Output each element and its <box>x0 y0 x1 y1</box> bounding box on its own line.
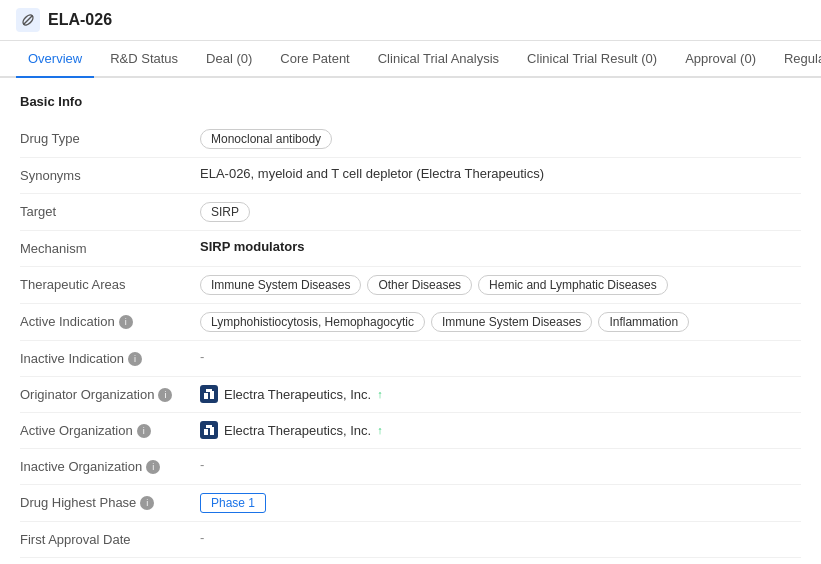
field-label: Originator Organizationi <box>20 385 200 402</box>
field-label: Mechanism <box>20 239 200 256</box>
field-value: - <box>200 530 801 545</box>
field-row-drug-type: Drug TypeMonoclonal antibody <box>20 121 801 158</box>
field-row-first-approval-date: First Approval Date- <box>20 522 801 558</box>
org-item: Electra Therapeutics, Inc.↑ <box>200 421 383 439</box>
field-label: Inactive Organizationi <box>20 457 200 474</box>
svg-line-1 <box>24 16 33 25</box>
tag: Hemic and Lymphatic Diseases <box>478 275 668 295</box>
field-label: First Approval Date <box>20 530 200 547</box>
field-row-active-indication: Active IndicationiLymphohistiocytosis, H… <box>20 304 801 341</box>
field-row-active-organization: Active OrganizationiElectra Therapeutics… <box>20 413 801 449</box>
tag: SIRP <box>200 202 250 222</box>
field-value: - <box>200 457 801 472</box>
field-label: Target <box>20 202 200 219</box>
bold-text: SIRP modulators <box>200 239 305 254</box>
field-label: Drug Type <box>20 129 200 146</box>
svg-rect-7 <box>206 425 212 428</box>
org-name: Electra Therapeutics, Inc. <box>224 387 371 402</box>
nav-tab-regulation-0[interactable]: Regulation (0) <box>772 41 821 78</box>
field-value: SIRP modulators <box>200 239 801 254</box>
info-icon[interactable]: i <box>128 352 142 366</box>
tag: Immune System Diseases <box>431 312 592 332</box>
svg-rect-3 <box>210 391 214 399</box>
field-value: ELA-026, myeloid and T cell depletor (El… <box>200 166 801 181</box>
fields-container: Drug TypeMonoclonal antibodySynonymsELA-… <box>20 121 801 558</box>
tag: Other Diseases <box>367 275 472 295</box>
page-title: ELA-026 <box>48 11 112 29</box>
field-value: Immune System DiseasesOther DiseasesHemi… <box>200 275 801 295</box>
field-label: Active Indicationi <box>20 312 200 329</box>
field-value: Electra Therapeutics, Inc.↑ <box>200 421 801 439</box>
nav-tab-overview[interactable]: Overview <box>16 41 94 78</box>
info-icon[interactable]: i <box>137 424 151 438</box>
nav-tab-core-patent[interactable]: Core Patent <box>268 41 361 78</box>
info-icon[interactable]: i <box>158 388 172 402</box>
header: ELA-026 <box>0 0 821 41</box>
info-icon[interactable]: i <box>140 496 154 510</box>
org-logo <box>200 421 218 439</box>
header-icon <box>16 8 40 32</box>
dash-value: - <box>200 457 204 472</box>
field-row-inactive-indication: Inactive Indicationi- <box>20 341 801 377</box>
field-value: Lymphohistiocytosis, HemophagocyticImmun… <box>200 312 801 332</box>
field-label: Synonyms <box>20 166 200 183</box>
field-value: - <box>200 349 801 364</box>
org-item: Electra Therapeutics, Inc.↑ <box>200 385 383 403</box>
field-row-inactive-organization: Inactive Organizationi- <box>20 449 801 485</box>
info-icon[interactable]: i <box>146 460 160 474</box>
field-row-therapeutic-areas: Therapeutic AreasImmune System DiseasesO… <box>20 267 801 304</box>
field-row-synonyms: SynonymsELA-026, myeloid and T cell depl… <box>20 158 801 194</box>
field-row-mechanism: MechanismSIRP modulators <box>20 231 801 267</box>
field-label: Inactive Indicationi <box>20 349 200 366</box>
nav-tab-approval-0[interactable]: Approval (0) <box>673 41 768 78</box>
org-name: Electra Therapeutics, Inc. <box>224 423 371 438</box>
tag: Lymphohistiocytosis, Hemophagocytic <box>200 312 425 332</box>
content: Basic Info Drug TypeMonoclonal antibodyS… <box>0 78 821 564</box>
plain-text: ELA-026, myeloid and T cell depletor (El… <box>200 166 544 181</box>
field-row-drug-highest-phase: Drug Highest PhaseiPhase 1 <box>20 485 801 522</box>
section-title: Basic Info <box>20 94 801 109</box>
org-logo <box>200 385 218 403</box>
info-icon[interactable]: i <box>119 315 133 329</box>
field-value: Monoclonal antibody <box>200 129 801 149</box>
field-row-target: TargetSIRP <box>20 194 801 231</box>
dash-value: - <box>200 349 204 364</box>
field-value: SIRP <box>200 202 801 222</box>
nav-tab-deal-0[interactable]: Deal (0) <box>194 41 264 78</box>
trend-icon: ↑ <box>377 424 383 436</box>
tag: Inflammation <box>598 312 689 332</box>
svg-rect-2 <box>204 393 208 399</box>
nav-tab-r&d-status[interactable]: R&D Status <box>98 41 190 78</box>
nav-tab-clinical-trial-result-0[interactable]: Clinical Trial Result (0) <box>515 41 669 78</box>
tag: Monoclonal antibody <box>200 129 332 149</box>
svg-rect-4 <box>206 389 212 392</box>
trend-icon: ↑ <box>377 388 383 400</box>
field-row-originator-organization: Originator OrganizationiElectra Therapeu… <box>20 377 801 413</box>
field-label: Active Organizationi <box>20 421 200 438</box>
field-value: Electra Therapeutics, Inc.↑ <box>200 385 801 403</box>
tag: Immune System Diseases <box>200 275 361 295</box>
field-label: Therapeutic Areas <box>20 275 200 292</box>
dash-value: - <box>200 530 204 545</box>
nav-tab-clinical-trial-analysis[interactable]: Clinical Trial Analysis <box>366 41 511 78</box>
svg-rect-5 <box>204 429 208 435</box>
svg-rect-6 <box>210 427 214 435</box>
field-value: Phase 1 <box>200 493 801 513</box>
phase-tag: Phase 1 <box>200 493 266 513</box>
nav-tabs: OverviewR&D StatusDeal (0)Core PatentCli… <box>0 41 821 78</box>
field-label: Drug Highest Phasei <box>20 493 200 510</box>
